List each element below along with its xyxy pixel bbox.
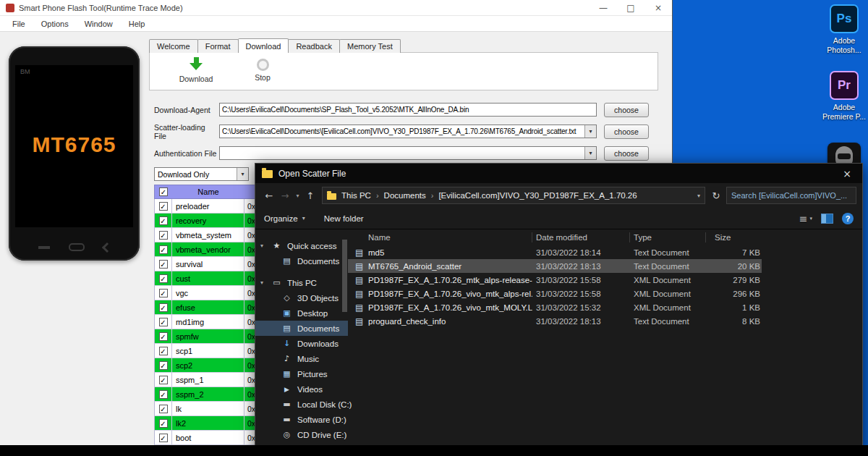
refresh-icon[interactable]: ↻ xyxy=(709,190,723,201)
help-icon[interactable]: ? xyxy=(842,213,854,224)
forward-button[interactable]: → xyxy=(277,190,293,201)
stop-action-button[interactable]: Stop xyxy=(235,57,290,82)
sidebar-item[interactable]: ▾ 3D Objects xyxy=(255,290,348,305)
tab[interactable]: Download xyxy=(238,38,289,53)
tab[interactable]: Readback xyxy=(288,39,340,53)
preview-pane-icon[interactable] xyxy=(821,214,833,224)
partition-checkbox[interactable] xyxy=(159,216,168,225)
download-action-button[interactable]: Download xyxy=(169,57,224,83)
partition-row[interactable]: sspm_2 0x xyxy=(154,387,264,402)
sidebar-item[interactable]: ▾ Documents xyxy=(255,321,348,336)
address-bar[interactable]: › This PC › Documents › [EvilicaCell.com… xyxy=(322,187,705,204)
partition-row[interactable]: lk2 0x xyxy=(154,416,264,431)
sidebar-item[interactable]: ▾ Downloads xyxy=(255,336,348,351)
sidebar-item[interactable]: ▾ Music xyxy=(255,351,348,366)
sidebar-item[interactable]: ▾ Desktop xyxy=(255,305,348,321)
menu-item[interactable]: Options xyxy=(33,20,77,28)
tab[interactable]: Memory Test xyxy=(339,39,401,53)
sidebar-item[interactable]: ▾ Videos xyxy=(255,381,348,397)
recent-locations-chevron-icon[interactable]: ▾ xyxy=(293,193,302,199)
file-row[interactable]: PD1987F_EX_A_1.70.26_mtk_alps-release-..… xyxy=(348,273,762,287)
expander-chevron-icon[interactable]: ▾ xyxy=(260,279,263,286)
sidebar-item[interactable]: ▾ Quick access xyxy=(255,238,348,253)
file-row[interactable]: MT6765_Android_scatter 31/03/2022 18:13 … xyxy=(348,259,762,273)
partition-checkbox[interactable] xyxy=(159,419,168,428)
menu-item[interactable]: File xyxy=(4,20,33,28)
partition-row[interactable]: cust 0x xyxy=(154,271,264,286)
partition-row[interactable]: spmfw 0x xyxy=(154,329,264,344)
address-dropdown-chevron-icon[interactable]: ▾ xyxy=(692,193,700,199)
auth-file-choose-button[interactable]: choose xyxy=(604,146,649,161)
sidebar-item[interactable]: ▾ Pictures xyxy=(255,366,348,381)
scatter-file-field[interactable]: C:\Users\EvilicaCell\Documents\[EvilicaC… xyxy=(219,124,597,138)
partition-row[interactable]: scp1 0x xyxy=(154,344,264,358)
minimize-button[interactable]: — xyxy=(590,1,617,15)
file-row[interactable]: proguard_check_info 31/03/2022 18:13 Tex… xyxy=(348,314,762,328)
partition-checkbox[interactable] xyxy=(159,202,168,211)
tab[interactable]: Format xyxy=(197,39,239,53)
partition-checkbox[interactable] xyxy=(159,405,168,413)
partition-row[interactable]: efuse 0x xyxy=(154,300,264,315)
file-row[interactable]: md5 31/03/2022 18:14 Text Document 7 KB xyxy=(348,245,762,259)
sidebar-item[interactable]: ▾ CD Drive (E:) xyxy=(255,427,348,442)
sidebar-item[interactable]: ▾ Documents xyxy=(255,253,348,269)
partition-checkbox[interactable] xyxy=(159,245,168,254)
partition-row[interactable]: recovery 0x xyxy=(154,214,264,228)
select-all-checkbox[interactable] xyxy=(159,187,168,196)
back-button[interactable]: ← xyxy=(261,190,277,201)
partition-checkbox[interactable] xyxy=(159,361,168,370)
partition-checkbox[interactable] xyxy=(159,390,168,399)
partition-row[interactable]: sspm_1 0x xyxy=(154,373,264,387)
partition-row[interactable]: lk 0x xyxy=(154,402,264,416)
new-folder-button[interactable]: New folder xyxy=(324,214,364,223)
size-column-header[interactable]: Size xyxy=(706,232,760,242)
partition-checkbox[interactable] xyxy=(159,318,168,326)
partition-checkbox[interactable] xyxy=(159,303,168,312)
download-agent-choose-button[interactable]: choose xyxy=(604,103,649,117)
breadcrumb-segment[interactable]: Documents xyxy=(384,191,426,200)
organize-button[interactable]: Organize ▾ xyxy=(264,214,305,223)
close-button[interactable]: × xyxy=(644,1,672,15)
expander-chevron-icon[interactable]: ▾ xyxy=(260,242,263,249)
dropdown-arrow-icon[interactable]: ▾ xyxy=(584,147,596,159)
partition-row[interactable]: scp2 0x xyxy=(154,358,264,373)
date-modified-column-header[interactable]: Date modified xyxy=(532,232,630,242)
partition-checkbox[interactable] xyxy=(159,434,168,442)
partition-checkbox[interactable] xyxy=(159,347,168,355)
auth-file-field[interactable]: ▾ xyxy=(219,146,597,160)
download-agent-field[interactable]: C:\Users\EvilicaCell\Documents\SP_Flash_… xyxy=(219,103,597,117)
up-button[interactable]: ↑ xyxy=(302,190,318,201)
desktop-icon-photoshop[interactable]: Ps Adobe Photosh... xyxy=(822,4,867,55)
partition-row[interactable]: vbmeta_vendor 0x xyxy=(154,242,264,257)
partition-checkbox[interactable] xyxy=(159,231,168,240)
dialog-close-button[interactable]: × xyxy=(832,164,862,183)
partition-row[interactable]: survival 0x xyxy=(154,257,264,271)
file-row[interactable]: PD1987F_EX_A_1.70.26_vivo_mtk_MOLY.L... … xyxy=(348,300,762,314)
type-column-header[interactable]: Type xyxy=(630,232,706,242)
maximize-button[interactable]: □ xyxy=(617,1,644,15)
sidebar-item[interactable]: ▾ This PC xyxy=(255,275,348,290)
partition-checkbox[interactable] xyxy=(159,289,168,297)
partition-row[interactable]: vbmeta_system 0x xyxy=(154,228,264,242)
breadcrumb-segment[interactable]: This PC xyxy=(341,191,371,200)
menu-item[interactable]: Help xyxy=(121,20,153,28)
change-view-button[interactable]: ≡ ▾ xyxy=(799,213,812,224)
menu-item[interactable]: Window xyxy=(77,20,121,28)
tab[interactable]: Welcome xyxy=(149,39,198,53)
dropdown-arrow-icon[interactable]: ▾ xyxy=(584,125,596,138)
sidebar-item[interactable]: ▾ Local Disk (C:) xyxy=(255,397,348,412)
sidebar-item[interactable]: ▾ Software (D:) xyxy=(255,412,348,427)
dropdown-arrow-icon[interactable]: ▾ xyxy=(237,168,248,180)
partition-row[interactable]: preloader 0x xyxy=(154,199,264,214)
name-column-header[interactable]: Name xyxy=(172,187,244,196)
partition-checkbox[interactable] xyxy=(159,260,168,269)
file-row[interactable]: PD1987F_EX_A_1.70.26_vivo_mtk_alps-rel..… xyxy=(348,287,762,300)
partition-checkbox[interactable] xyxy=(159,376,168,384)
breadcrumb-segment[interactable]: [EvilicaCell.com]VIVO_Y30_PD1987F_EX_A_1… xyxy=(438,191,637,200)
partition-checkbox[interactable] xyxy=(159,274,168,283)
download-mode-select[interactable]: Download Only ▾ xyxy=(154,167,249,181)
name-column-header[interactable]: Name xyxy=(355,232,532,242)
partition-row[interactable]: vgc 0x xyxy=(154,286,264,300)
partition-checkbox[interactable] xyxy=(159,332,168,341)
scatter-file-choose-button[interactable]: choose xyxy=(604,124,649,139)
